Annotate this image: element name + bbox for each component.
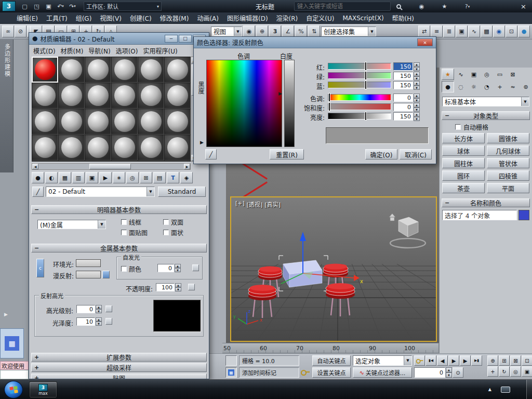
app-logo[interactable]: 3 [2,1,16,11]
assign-material-button[interactable]: T [167,172,179,183]
material-sample-slot[interactable] [164,83,191,109]
search-input[interactable] [294,2,391,11]
undo-button[interactable]: ↶▾ [55,1,66,12]
scroll-left-button[interactable]: ◀ [32,164,38,169]
search-button[interactable] [393,1,405,12]
slider-thumb[interactable] [329,94,330,101]
glossiness-map-button[interactable] [105,318,112,325]
pan-button[interactable]: + [487,366,498,377]
reference-coordinate-dropdown[interactable]: 视图▼ [211,26,242,36]
material-sample-slot[interactable] [138,83,164,109]
material-sample-slot[interactable] [58,57,85,83]
ribbon-expand-arrow[interactable]: ▶ [4,312,8,317]
tab-display[interactable]: ▭ [494,69,506,80]
shader-basic-rollout-header[interactable]: −明暗器基本参数 [31,205,207,214]
minimize-button[interactable]: − [165,35,178,43]
material-editor-button[interactable]: ◉ [493,25,505,37]
communication-center-button[interactable]: ◉ [416,1,428,12]
favorites-button[interactable]: ★ [438,1,450,12]
docked-window-fragment[interactable]: ▦ [0,328,24,358]
primitive-button-pyramid[interactable]: 四棱锥 [487,170,529,181]
self-illum-color-checkbox[interactable] [121,266,127,272]
self-illum-value-field[interactable]: 0 [157,264,174,272]
material-sample-slot[interactable] [111,135,138,161]
category-lights-button[interactable]: ☼ [468,81,480,92]
object-type-rollout-header[interactable]: −对象类型 [442,111,530,120]
name-color-rollout-header[interactable]: −名称和颜色 [442,198,530,207]
scroll-right-button[interactable]: ▶ [184,164,190,169]
select-manipulate-button[interactable]: ⊕ [256,25,268,37]
zoom-button[interactable]: ⊕ [487,355,498,366]
background-button[interactable]: ▦ [59,172,71,183]
new-file-button[interactable]: ▢ [19,1,31,12]
hue-slider[interactable] [328,94,391,101]
play-button[interactable]: ▶ [448,355,459,366]
horizontal-scroll-thumb[interactable] [89,164,131,169]
tab-hierarchy[interactable]: ▣ [468,69,480,80]
select-by-material-button[interactable]: ◎ [126,172,139,183]
viewport-general-menu[interactable]: [+] [235,200,245,208]
reset-button[interactable]: 重置(R) [270,149,304,159]
supersampling-rollout[interactable]: +超级采样 [31,363,207,372]
show-desktop-button[interactable] [526,380,532,399]
go-to-end-button[interactable]: ▶▮ [471,355,482,366]
faceted-checkbox[interactable] [163,230,169,235]
tab-create[interactable]: ★ [442,69,454,80]
zoom-region-button[interactable]: ⊡ [522,355,532,366]
pick-material-button[interactable]: ╱ [32,187,44,197]
material-name-dropdown[interactable]: 02 - Default▼ [46,187,155,197]
zoom-extents-button[interactable]: ⊠ [510,355,521,366]
material-sample-slot[interactable] [85,83,111,109]
curve-editor-button[interactable]: ∿ [468,25,480,37]
faceted-checkbox-row[interactable]: 面状 [163,228,183,237]
sample-tiling-button[interactable]: ▥ [72,172,85,183]
mirror-button[interactable]: ⇄ [418,25,430,37]
menu-views[interactable]: 视图(V) [100,14,122,22]
material-type-button[interactable]: Standard [158,187,206,197]
key-filters-button[interactable]: ∿关键点过滤器... [353,367,412,378]
material-sample-slot[interactable] [85,109,111,135]
color-selector-titlebar[interactable]: 颜色选择器: 漫反射颜色 × [194,37,436,48]
object-name-field[interactable]: 选择了 4 个对象 [442,210,517,220]
hue-value-field[interactable]: 0 [393,94,413,102]
blackness-marker-icon[interactable]: ▶ [200,140,204,145]
material-sample-slot[interactable] [85,135,111,161]
metal-basic-rollout-header[interactable]: −金属基本参数 [31,244,207,252]
angle-snap-button[interactable]: ∠ [282,25,294,37]
material-sample-slot[interactable] [111,57,138,83]
ambient-color-swatch[interactable] [76,259,101,267]
primitive-button-box[interactable]: 长方体 [442,133,485,143]
green-value-field[interactable]: 150 [393,72,413,80]
current-frame-field[interactable]: 0 [414,367,445,378]
add-time-tag-field[interactable]: 添加时间标记 [239,367,299,378]
save-file-button[interactable]: ▣ [43,1,55,12]
opacity-spinner[interactable]: ▲▼ [175,283,181,291]
opacity-value-field[interactable]: 100 [156,283,175,291]
red-slider[interactable] [328,63,391,70]
diffuse-map-button[interactable] [102,271,110,278]
redo-button[interactable]: ↷▾ [66,1,78,12]
mini-listener-strip[interactable] [0,370,29,379]
specular-level-spinner[interactable]: ▲▼ [96,305,102,313]
blue-slider[interactable] [328,82,391,88]
opacity-map-button[interactable] [188,284,195,290]
render-button[interactable]: ● [518,25,530,37]
tab-motion[interactable]: ◎ [481,69,493,80]
viewport-pov-menu[interactable]: [透视] [247,200,263,208]
diffuse-color-swatch[interactable] [76,271,101,278]
selection-filter-dropdown[interactable]: 选定对象▼ [353,355,412,366]
material-sample-slot[interactable] [32,109,58,135]
material-sample-slot[interactable] [58,83,85,109]
material-editor-titlebar[interactable]: ● 材质编辑器 - 02 - Default − □ × [29,33,209,45]
category-systems-button[interactable]: ⊛ [520,81,532,92]
wire-checkbox[interactable] [121,219,127,225]
slider-thumb[interactable] [365,112,366,120]
menu-options[interactable]: 选项(O) [116,46,138,55]
material-sample-slot[interactable] [138,135,164,161]
cancel-button[interactable]: 取消(C) [400,149,432,159]
value-value-field[interactable]: 150 [393,112,413,121]
percent-snap-button[interactable]: % [295,25,307,37]
red-value-field[interactable]: 150 [393,62,413,71]
specular-level-field[interactable]: 0 [76,305,95,313]
backlight-button[interactable]: ◐ [45,172,58,183]
